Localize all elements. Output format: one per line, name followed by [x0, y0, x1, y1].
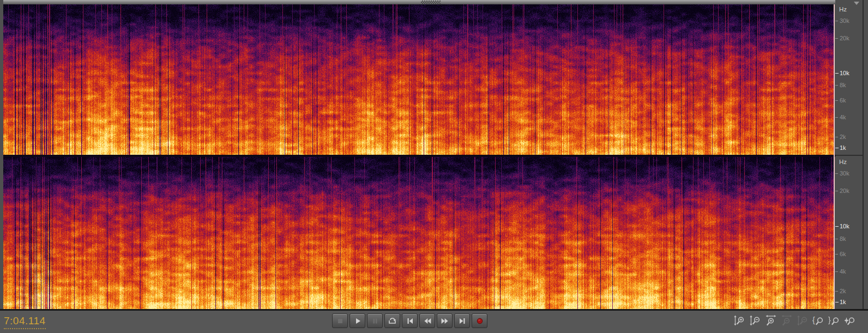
frequency-ruler-bottom[interactable]: Hz30k20k10k8k6k4k2k1k: [835, 157, 863, 309]
tick-label: 8k: [840, 235, 846, 242]
tick-label: 6k: [840, 251, 846, 257]
tick-mark: [835, 254, 838, 255]
zoom-to-selection-start-button[interactable]: {: [812, 314, 824, 326]
zoom-out-full-button[interactable]: [797, 314, 809, 326]
transport-go-to-start-button[interactable]: [402, 313, 418, 328]
spectrogram-channel-right[interactable]: [3, 157, 835, 309]
pause-icon: [371, 317, 379, 325]
transport-pause-button[interactable]: [367, 313, 383, 328]
tick-mark: [835, 73, 839, 74]
transport-loop-playback-button[interactable]: [384, 313, 400, 328]
tick-label: 20k: [840, 35, 849, 41]
transport-fast-forward-button[interactable]: [437, 313, 453, 328]
transport-controls: [332, 313, 487, 328]
right-border-seam: [863, 0, 864, 309]
tick-mark: [835, 302, 839, 302]
svg-text:{: {: [812, 316, 815, 324]
horizontal-scrollbar[interactable]: [3, 0, 835, 4]
frequency-ruler-top[interactable]: Hz30k20k10k8k6k4k2k1k: [835, 4, 863, 155]
tick-label: 2k: [840, 288, 846, 294]
tick-label: 1k: [840, 144, 846, 151]
tick-mark: [835, 117, 838, 118]
tick-mark: [835, 38, 838, 39]
record-icon: [475, 317, 484, 325]
zoom-in-horizontal-icon: [765, 314, 777, 326]
transport-go-to-end-button[interactable]: [454, 313, 470, 328]
frequency-unit-label: Hz: [839, 159, 847, 165]
stop-icon: [336, 317, 345, 325]
playhead-cursor[interactable]: [834, 4, 835, 309]
tick-label: 10k: [840, 70, 849, 76]
tick-mark: [835, 21, 838, 21]
tick-label: 6k: [840, 97, 846, 104]
transport-play-button[interactable]: [349, 313, 365, 328]
zoom-out-horizontal-icon: [781, 314, 793, 326]
spectrogram-channel-left[interactable]: [3, 4, 835, 155]
zoom-in-point-icon: {: [812, 314, 824, 326]
svg-text:}: }: [828, 316, 831, 324]
status-bar: 7:04.114 {}: [0, 311, 868, 333]
frequency-ruler[interactable]: Hz30k20k10k8k6k4k2k1k Hz30k20k10k8k6k4k2…: [835, 0, 863, 309]
zoom-out-point-icon: }: [828, 314, 840, 326]
tick-mark: [835, 271, 838, 272]
tick-mark: [835, 291, 838, 292]
tick-mark: [835, 226, 839, 227]
zoom-out-horizontal-button[interactable]: [781, 314, 793, 326]
tick-label: 30k: [840, 170, 849, 177]
zoom-selection-icon: [844, 314, 856, 326]
zoom-in-vertical-button[interactable]: [733, 314, 745, 326]
tick-mark: [835, 137, 838, 137]
transport-rewind-button[interactable]: [419, 313, 435, 328]
tick-label: 1k: [840, 299, 846, 305]
transport-stop-button[interactable]: [332, 313, 348, 328]
tick-mark: [835, 239, 838, 239]
zoom-in-horizontal-button[interactable]: [765, 314, 777, 326]
transport-record-button[interactable]: [472, 313, 487, 328]
ruler-divider: [835, 155, 863, 156]
tick-label: 2k: [840, 134, 846, 140]
loop-icon: [388, 317, 397, 325]
tick-mark: [835, 100, 838, 101]
frequency-unit-label: Hz: [839, 6, 847, 13]
audio-editor-window: Hz30k20k10k8k6k4k2k1k Hz30k20k10k8k6k4k2…: [0, 0, 868, 333]
tick-mark: [835, 85, 838, 86]
zoom-to-selection-button[interactable]: [844, 314, 856, 326]
tick-label: 4k: [840, 268, 846, 275]
tick-label: 10k: [840, 223, 849, 229]
play-icon: [353, 317, 362, 325]
zoom-in-vertical-icon: [733, 314, 745, 326]
tick-label: 8k: [840, 82, 846, 88]
current-time-display[interactable]: 7:04.114: [4, 315, 46, 329]
tick-mark: [835, 148, 839, 148]
rewind-icon: [423, 317, 432, 325]
tick-label: 4k: [840, 114, 846, 120]
skip-end-icon: [458, 317, 467, 325]
tick-mark: [835, 191, 838, 191]
tick-mark: [835, 173, 838, 174]
tick-label: 20k: [840, 187, 849, 194]
fast-forward-icon: [441, 317, 449, 325]
skip-start-icon: [406, 317, 414, 325]
tick-label: 30k: [840, 17, 849, 24]
zoom-to-selection-end-button[interactable]: }: [828, 314, 840, 326]
scrollbar-grip-icon[interactable]: [421, 1, 441, 4]
zoom-controls: {}: [733, 314, 856, 326]
zoom-reset-icon: [797, 314, 809, 326]
zoom-out-vertical-icon: [749, 314, 761, 326]
zoom-out-vertical-button[interactable]: [749, 314, 761, 326]
